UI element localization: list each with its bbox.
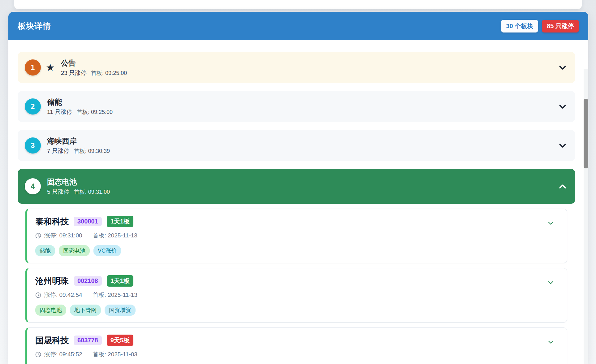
sector-name: 储能: [47, 98, 113, 107]
sector-text: 海峡西岸 7 只涨停首板: 09:30:39: [47, 136, 110, 155]
chevron-icon: [559, 65, 566, 70]
sector-row[interactable]: 4 ★ 固态电池 5 只涨停首板: 09:31:00: [18, 169, 575, 204]
sector-limitup-count: 11 只涨停: [47, 109, 72, 115]
sector-text: 固态电池 5 只涨停首板: 09:31:00: [47, 177, 110, 196]
clock-icon: [35, 292, 41, 298]
stock-head: 国晟科技 603778 9天5板: [35, 335, 559, 346]
limit-up-time: 涨停: 09:45:52: [44, 350, 82, 358]
sector-rank-badge: 3: [25, 137, 41, 154]
sector-limitup-count: 5 只涨停: [47, 188, 70, 195]
stock-list: 泰和科技 300801 1天1板: [25, 209, 567, 364]
sector-name: 公告: [61, 58, 127, 68]
sector-rank-badge: 2: [25, 98, 41, 115]
sector-first-board-time: 首板: 09:31:00: [74, 189, 110, 195]
stock-card[interactable]: 泰和科技 300801 1天1板: [25, 209, 567, 263]
sector-subtitle: 11 只涨停首板: 09:25:00: [47, 108, 113, 116]
clock-icon: [35, 233, 41, 239]
stock-meta: 涨停: 09:42:54 首板: 2025-11-13: [35, 291, 559, 299]
streak-badge: 1天1板: [107, 216, 133, 227]
sector-list: 1 ★ 公告 23 只涨停首板: 09:25:00: [8, 40, 588, 364]
first-board-date: 首板: 2025-11-03: [93, 350, 137, 358]
sector-name: 固态电池: [47, 177, 110, 187]
first-board-date: 首板: 2025-11-13: [93, 232, 137, 240]
sector-rank-number: 4: [31, 182, 35, 191]
sector-limitup-count: 7 只涨停: [47, 148, 70, 154]
stock-head: 泰和科技 300801 1天1板: [35, 216, 559, 227]
sector-row[interactable]: 3 ★ 海峡西岸 7 只涨停首板: 09:30:39: [18, 130, 575, 161]
stock-code-badge: 603778: [74, 336, 102, 345]
sector-subtitle: 7 只涨停首板: 09:30:39: [47, 147, 110, 155]
stock-code-badge: 002108: [74, 276, 102, 286]
sector-text: 公告 23 只涨停首板: 09:25:00: [61, 58, 127, 77]
stock-tags: 固态电池地下管网国资增资: [35, 305, 559, 316]
chevron-icon: [559, 143, 566, 148]
streak-badge: 9天5板: [107, 335, 133, 346]
stock-name: 沧州明珠: [35, 275, 69, 287]
panel-header: 板块详情 30 个板块 85 只涨停: [8, 12, 588, 40]
sector-rank-badge: 1: [25, 59, 41, 76]
sectors-container: 1 ★ 公告 23 只涨停首板: 09:25:00: [18, 52, 575, 204]
chevron-down-icon: [548, 280, 553, 286]
stock-theme-tag[interactable]: VC涨价: [93, 245, 121, 256]
stock-meta: 涨停: 09:45:52 首板: 2025-11-03: [35, 350, 559, 358]
scrollbar-track[interactable]: [584, 69, 588, 364]
limit-up-time: 涨停: 09:31:00: [44, 232, 82, 240]
sector-first-board-time: 首板: 09:25:00: [91, 70, 127, 76]
chevron-down-icon: [548, 221, 553, 226]
sector-subtitle: 5 只涨停首板: 09:31:00: [47, 188, 110, 196]
sector-subtitle: 23 只涨停首板: 09:25:00: [61, 69, 127, 77]
sector-name: 海峡西岸: [47, 136, 110, 146]
sector-rank-number: 2: [31, 102, 35, 111]
stock-code-badge: 300801: [74, 217, 102, 226]
stock-meta: 涨停: 09:31:00 首板: 2025-11-13: [35, 232, 559, 240]
previous-card-bottom: [14, 0, 582, 9]
limit-up-time: 涨停: 09:42:54: [44, 291, 82, 299]
sector-text: 储能 11 只涨停首板: 09:25:00: [47, 98, 113, 116]
stock-theme-tag[interactable]: 储能: [35, 245, 55, 256]
sector-count-badge: 30 个板块: [501, 20, 538, 32]
stock-head: 沧州明珠 002108 1天1板: [35, 275, 559, 287]
chevron-icon: [559, 104, 566, 109]
limitup-count-badge: 85 只涨停: [542, 20, 579, 32]
sector-detail-panel: 板块详情 30 个板块 85 只涨停 1 ★ 公告 23 只涨停首板: 09:2…: [8, 12, 588, 364]
streak-badge: 1天1板: [107, 275, 133, 287]
first-board-date: 首板: 2025-11-13: [93, 291, 137, 299]
sector-row[interactable]: 1 ★ 公告 23 只涨停首板: 09:25:00: [18, 52, 575, 83]
scrollbar-thumb[interactable]: [584, 99, 588, 168]
panel-title: 板块详情: [18, 21, 51, 32]
stock-theme-tag[interactable]: 国资增资: [105, 305, 136, 316]
stock-theme-tag[interactable]: 地下管网: [70, 305, 101, 316]
stock-name: 国晟科技: [35, 335, 69, 346]
sector-first-board-time: 首板: 09:25:00: [77, 109, 113, 115]
stock-theme-tag[interactable]: 固态电池: [59, 245, 90, 256]
sector-rank-badge: 4: [25, 178, 41, 194]
clock-icon: [35, 352, 41, 358]
sector-limitup-count: 23 只涨停: [61, 70, 87, 76]
chevron-down-icon: [548, 340, 553, 345]
sector-first-board-time: 首板: 09:30:39: [74, 148, 110, 154]
sector-rank-number: 3: [31, 141, 35, 150]
stock-tags: 储能固态电池VC涨价: [35, 245, 559, 256]
header-badges: 30 个板块 85 只涨停: [501, 20, 579, 32]
chevron-icon: [559, 184, 566, 189]
stock-card[interactable]: 国晟科技 603778 9天5板: [25, 327, 567, 364]
stock-theme-tag[interactable]: 固态电池: [35, 305, 66, 316]
stock-name: 泰和科技: [35, 216, 69, 227]
sector-rank-number: 1: [31, 63, 35, 72]
stock-card[interactable]: 沧州明珠 002108 1天1板: [25, 268, 567, 323]
star-icon: ★: [46, 63, 55, 72]
sector-row[interactable]: 2 ★ 储能 11 只涨停首板: 09:25:00: [18, 91, 575, 122]
